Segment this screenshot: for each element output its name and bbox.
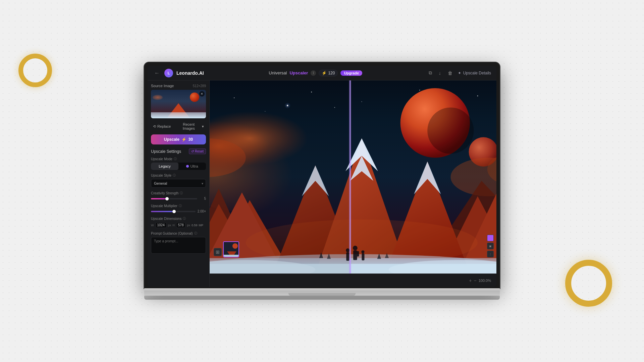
details-icon: ✦: [458, 71, 461, 75]
tool-button-2[interactable]: ⋮: [487, 251, 494, 257]
laptop-wrapper: ← L Leonardo.AI Universal Upscaler i ⚡ 1…: [144, 62, 500, 300]
top-bar-left: ← L Leonardo.AI: [153, 69, 204, 77]
creativity-slider[interactable]: [151, 198, 197, 199]
upscale-details-button[interactable]: ✦ Upscale Details: [458, 71, 491, 75]
main-content: Source Image 512×289: [148, 80, 496, 287]
svg-point-56: [232, 243, 238, 249]
width-label: W: [151, 224, 154, 227]
source-image: [151, 90, 206, 118]
upscale-settings-section: Upscale Settings ↺ Reset Upscale Mode ⓘ …: [151, 148, 206, 255]
upscale-details-label: Upscale Details: [463, 71, 491, 75]
replace-row: ⟲ Replace Recent Images ▾: [151, 121, 206, 132]
top-bar-right: ⧉ ↓ 🗑 ✦ Upscale Details: [427, 69, 491, 77]
replace-label: Replace: [157, 124, 171, 128]
canvas-bottom: + − 100.0%: [210, 274, 496, 287]
tool-button-1[interactable]: ▣: [487, 243, 494, 249]
thumbnail-add-button[interactable]: ⊞: [214, 248, 222, 256]
zoom-out-button[interactable]: −: [474, 278, 477, 283]
app-logo: L: [164, 69, 173, 77]
app-container: ← L Leonardo.AI Universal Upscaler i ⚡ 1…: [148, 66, 496, 287]
creativity-slider-row: 5: [151, 197, 206, 200]
svg-point-6: [477, 96, 478, 97]
token-count: 120: [328, 71, 335, 75]
prompt-guidance-label: Prompt Guidance (Optional) ⓘ: [151, 231, 206, 236]
universal-label: Universal: [269, 70, 287, 75]
creativity-strength-label: Creativity Strength ⓘ: [151, 191, 206, 195]
zoom-controls: + − 100.0%: [469, 278, 491, 283]
upscale-style-wrapper: General Cinematic Art 3D Render Photo ▾: [151, 179, 206, 188]
upscale-btn-tokens: 30: [189, 137, 193, 142]
legacy-mode-button[interactable]: Legacy: [151, 163, 178, 170]
mini-landscape-bg: [151, 90, 206, 118]
multiplier-slider-row: 2.00×: [151, 209, 206, 213]
dimensions-info-icon: ⓘ: [183, 217, 186, 221]
tool-active-button[interactable]: [487, 235, 494, 241]
layers-icon[interactable]: ⧉: [427, 69, 433, 77]
settings-section-title: Upscale Settings ↺ Reset: [151, 148, 206, 154]
prompt-textarea[interactable]: [151, 237, 206, 254]
upscale-multiplier-label: Upscale Multiplier ⓘ: [151, 204, 206, 208]
replace-button[interactable]: ⟲ Replace: [151, 123, 173, 130]
height-value: 578: [176, 222, 186, 228]
svg-rect-45: [356, 251, 359, 256]
source-close-button[interactable]: ✕: [199, 91, 205, 97]
source-image-label: Source Image: [151, 84, 174, 88]
mini-planet: [190, 93, 199, 102]
thumbnail-icons: ⊞: [214, 248, 222, 256]
app-title: Leonardo.AI: [176, 70, 204, 76]
svg-rect-46: [362, 253, 364, 260]
laptop-bottom-bar: [144, 296, 500, 300]
multiplier-info-icon: ⓘ: [179, 204, 182, 208]
upscaler-label: Upscaler: [289, 70, 308, 75]
thumbnail-item[interactable]: [223, 241, 239, 257]
source-image-container: ✕: [151, 90, 206, 118]
back-button[interactable]: ←: [153, 69, 161, 77]
mode-info-icon: ⓘ: [174, 157, 177, 161]
recent-images-button[interactable]: Recent Images ▾: [175, 121, 206, 132]
svg-point-3: [361, 101, 362, 102]
delete-icon[interactable]: 🗑: [446, 69, 454, 77]
upscale-action-button[interactable]: Upscale ⚡ 30: [151, 134, 206, 144]
svg-rect-58: [224, 255, 239, 257]
svg-point-4: [419, 90, 420, 90]
gold-ring-top-left: [18, 54, 52, 87]
mp-label: MP: [199, 224, 204, 227]
laptop-bezel: ← L Leonardo.AI Universal Upscaler i ⚡ 1…: [144, 62, 500, 288]
image-display: ⊞: [210, 80, 496, 274]
token-icon: ⚡: [181, 137, 186, 142]
reset-button[interactable]: ↺ Reset: [189, 148, 206, 154]
gold-ring-bottom-right: [565, 260, 612, 307]
creativity-slider-fill: [151, 198, 167, 199]
top-bar-center: Universal Upscaler i ⚡ 120 Upgrade: [269, 70, 362, 76]
style-info-icon: ⓘ: [173, 173, 176, 178]
creativity-slider-track: [151, 198, 197, 199]
svg-point-44: [353, 246, 358, 250]
zoom-in-button[interactable]: +: [469, 278, 472, 283]
multiplier-slider[interactable]: [151, 211, 196, 212]
landscape-svg: [210, 80, 496, 274]
canvas-area: ⊞: [210, 80, 496, 287]
upscale-btn-label: Upscale: [164, 137, 179, 142]
height-label: H: [172, 224, 175, 227]
thumbnail-image: [224, 242, 238, 257]
source-image-header: Source Image 512×289: [151, 84, 206, 88]
ultra-label: Ultra: [190, 164, 198, 168]
recent-images-label: Recent Images: [177, 122, 201, 130]
ultra-dot-icon: [186, 165, 189, 168]
upscale-style-label: Upscale Style ⓘ: [151, 173, 206, 178]
prompt-info-icon: ⓘ: [194, 231, 197, 236]
creativity-slider-thumb: [165, 197, 169, 200]
upgrade-button[interactable]: Upgrade: [340, 70, 362, 76]
ultra-mode-button[interactable]: Ultra: [178, 163, 206, 170]
thumbnail-strip: ⊞: [214, 241, 239, 257]
multiplier-slider-track: [151, 211, 196, 212]
download-icon[interactable]: ↓: [437, 69, 442, 77]
upscale-mode-label: Upscale Mode ⓘ: [151, 157, 206, 161]
zoom-level: 100.0%: [479, 279, 491, 283]
upscaler-info-icon[interactable]: i: [311, 70, 316, 76]
creativity-value: 5: [199, 197, 206, 200]
mini-snow: [151, 112, 206, 118]
mode-toggle: Legacy Ultra: [151, 163, 206, 170]
height-unit: px: [187, 224, 190, 227]
upscale-style-select[interactable]: General Cinematic Art 3D Render Photo: [151, 179, 206, 188]
